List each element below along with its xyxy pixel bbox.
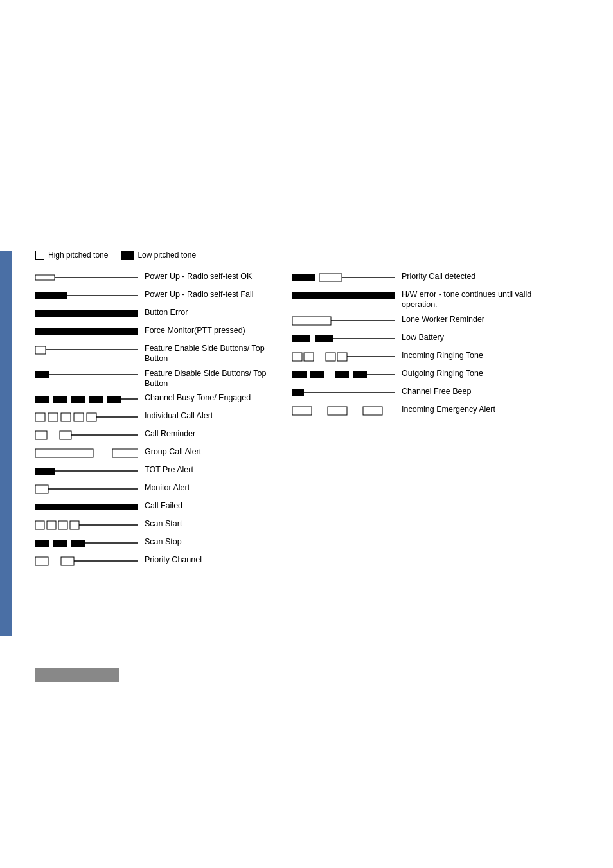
svg-rect-60: [335, 371, 349, 378]
svg-rect-16: [35, 413, 45, 421]
list-item: Outgoing Ringing Tone: [292, 368, 537, 382]
list-item: Power Up - Radio self-test OK: [35, 271, 273, 285]
high-pitched-icon: [35, 251, 44, 260]
pattern-channel-free: [292, 386, 395, 399]
list-item: Priority Channel: [35, 554, 273, 569]
pattern-priority-channel: [35, 554, 138, 567]
list-item: Force Monitor(PTT pressed): [35, 325, 273, 339]
svg-rect-4: [35, 310, 138, 317]
footer-bar: [35, 668, 119, 682]
svg-rect-18: [61, 413, 71, 421]
list-item: Incoming Ringing Tone: [292, 350, 537, 364]
right-column: Priority Call detected H/W error - tone …: [292, 271, 537, 572]
svg-rect-51: [315, 335, 333, 342]
tone-label-scan-start: Scan Start: [145, 518, 273, 529]
low-pitched-label: Low pitched tone: [138, 251, 196, 260]
svg-rect-5: [35, 328, 138, 335]
svg-rect-29: [35, 485, 48, 493]
pattern-hw-error: [292, 289, 395, 302]
list-item: Lone Worker Reminder: [292, 314, 537, 328]
svg-rect-14: [107, 396, 121, 403]
list-item: Scan Stop: [35, 536, 273, 551]
tone-label-call-reminder: Call Reminder: [145, 429, 273, 439]
svg-rect-31: [35, 504, 138, 510]
svg-rect-19: [74, 413, 84, 421]
svg-rect-13: [89, 396, 103, 403]
svg-rect-11: [53, 396, 67, 403]
svg-rect-2: [35, 292, 67, 299]
svg-rect-23: [60, 431, 71, 439]
pattern-lone-worker: [292, 314, 395, 327]
list-item: Priority Call detected: [292, 271, 537, 285]
svg-rect-33: [47, 521, 56, 529]
pattern-outgoing-ringing: [292, 368, 395, 381]
svg-rect-39: [71, 540, 85, 547]
pattern-tot-pre: [35, 465, 138, 477]
tone-label-hw-error: H/W error - tone continues until valid o…: [402, 289, 537, 310]
list-item: Power Up - Radio self-test Fail: [35, 289, 273, 303]
low-pitched-icon: [121, 251, 134, 260]
svg-rect-65: [292, 407, 312, 415]
pattern-incoming-emergency: [292, 404, 395, 417]
list-item: Feature Enable Side Buttons/ Top Button: [35, 343, 273, 364]
main-columns: Power Up - Radio self-test OK Power Up -…: [35, 271, 587, 572]
tone-label-call-failed: Call Failed: [145, 500, 273, 511]
svg-rect-45: [319, 274, 342, 281]
tone-label-priority-channel: Priority Channel: [145, 554, 273, 565]
svg-rect-55: [326, 353, 335, 361]
pattern-feature-disable: [35, 368, 138, 381]
tone-label-priority-call: Priority Call detected: [402, 271, 537, 281]
list-item: Channel Free Beep: [292, 386, 537, 400]
svg-rect-53: [292, 353, 302, 361]
svg-rect-47: [292, 292, 395, 299]
pattern-group-call: [35, 447, 138, 459]
svg-rect-37: [35, 540, 49, 547]
tone-label-individual-call: Individual Call Alert: [145, 411, 273, 421]
svg-rect-8: [35, 371, 49, 378]
legend-row: High pitched tone Low pitched tone: [35, 251, 587, 260]
tone-label-power-up-fail: Power Up - Radio self-test Fail: [145, 289, 273, 299]
list-item: Monitor Alert: [35, 483, 273, 497]
svg-rect-59: [310, 371, 324, 378]
svg-rect-38: [53, 540, 67, 547]
svg-rect-0: [35, 275, 55, 280]
tone-label-feature-disable: Feature Disable Side Buttons/ Top Button: [145, 368, 273, 389]
tone-label-button-error: Button Error: [145, 307, 273, 317]
svg-rect-27: [35, 468, 55, 475]
content-area: High pitched tone Low pitched tone: [35, 251, 587, 572]
list-item: Call Failed: [35, 500, 273, 515]
svg-rect-35: [70, 521, 79, 529]
svg-rect-20: [87, 413, 96, 421]
pattern-feature-enable: [35, 343, 138, 356]
list-item: Scan Start: [35, 518, 273, 533]
sidebar-accent: [0, 251, 12, 636]
high-pitched-label: High pitched tone: [48, 251, 108, 260]
pattern-priority-call: [292, 271, 395, 284]
pattern-call-reminder: [35, 429, 138, 441]
low-pitched-legend: Low pitched tone: [121, 251, 196, 260]
tone-label-monitor-alert: Monitor Alert: [145, 483, 273, 493]
list-item: Group Call Alert: [35, 447, 273, 461]
tone-label-group-call: Group Call Alert: [145, 447, 273, 457]
svg-rect-67: [363, 407, 382, 415]
left-column: Power Up - Radio self-test OK Power Up -…: [35, 271, 273, 572]
svg-rect-12: [71, 396, 85, 403]
svg-rect-48: [292, 317, 331, 325]
tone-label-low-battery: Low Battery: [402, 332, 537, 342]
tone-label-incoming-ringing: Incoming Ringing Tone: [402, 350, 537, 360]
list-item: Button Error: [35, 307, 273, 321]
tone-label-force-monitor: Force Monitor(PTT pressed): [145, 325, 273, 335]
pattern-call-failed: [35, 500, 138, 513]
list-item: Individual Call Alert: [35, 411, 273, 425]
svg-rect-54: [304, 353, 314, 361]
svg-rect-32: [35, 521, 44, 529]
list-item: Incoming Emergency Alert: [292, 404, 537, 418]
pattern-individual-call: [35, 411, 138, 423]
pattern-low-battery: [292, 332, 395, 345]
list-item: Call Reminder: [35, 429, 273, 443]
svg-rect-61: [353, 371, 367, 378]
pattern-monitor-alert: [35, 483, 138, 495]
svg-rect-58: [292, 371, 306, 378]
tone-label-lone-worker: Lone Worker Reminder: [402, 314, 537, 324]
page-container: High pitched tone Low pitched tone: [0, 0, 613, 868]
